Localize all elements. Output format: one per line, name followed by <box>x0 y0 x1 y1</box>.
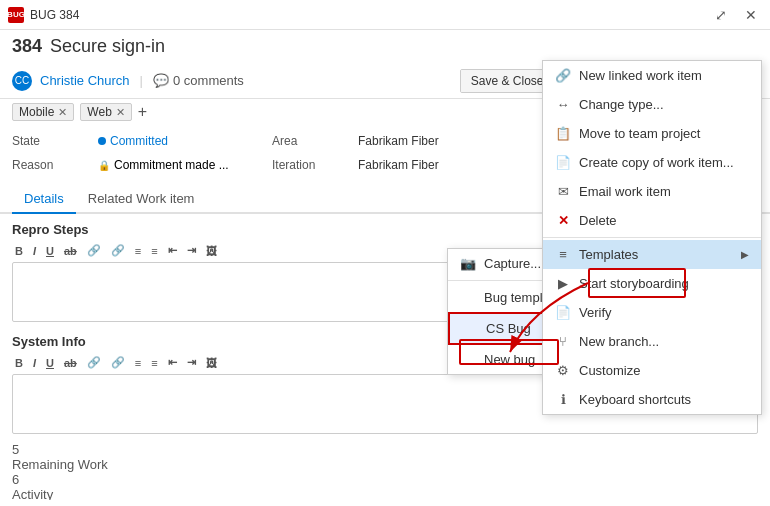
menu-move-team[interactable]: 📋 Move to team project <box>543 119 761 148</box>
title-bar: BUG BUG 384 ⤢ ✕ <box>0 0 770 30</box>
reason-label: Reason <box>12 155 92 175</box>
tag-web-remove[interactable]: ✕ <box>116 106 125 119</box>
menu-storyboard[interactable]: ▶ Start storyboarding <box>543 269 761 298</box>
menu-customize[interactable]: ⚙ Customize <box>543 356 761 385</box>
image-button[interactable]: 🖼 <box>203 244 220 258</box>
bug-icon: BUG <box>8 7 24 23</box>
menu-delete-label: Delete <box>579 213 617 228</box>
title-bar-label: BUG 384 <box>30 8 79 22</box>
menu-email-label: Email work item <box>579 184 671 199</box>
link2-button[interactable]: 🔗 <box>108 243 128 258</box>
iteration-value: Fabrikam Fiber <box>352 155 532 175</box>
comments-label: 0 comments <box>173 73 244 88</box>
si-strikethrough-button[interactable]: ab <box>61 356 80 370</box>
si-list2-button[interactable]: ≡ <box>148 356 160 370</box>
si-link1-button[interactable]: 🔗 <box>84 355 104 370</box>
menu-templates-left: ≡ Templates <box>555 247 638 262</box>
ctx-cs-bug-label: CS Bug <box>486 321 531 336</box>
menu-new-branch[interactable]: ⑂ New branch... <box>543 327 761 356</box>
si-italic-button[interactable]: I <box>30 356 39 370</box>
tag-web-label: Web <box>87 105 111 119</box>
menu-storyboard-label: Start storyboarding <box>579 276 689 291</box>
menu-templates[interactable]: ≡ Templates ▶ <box>543 240 761 269</box>
work-item-header: 384 Secure sign-in <box>0 30 770 57</box>
activity-label: Activity <box>12 487 758 500</box>
templates-icon: ≡ <box>555 247 571 262</box>
area-value: Fabrikam Fiber <box>352 131 532 151</box>
new-link-icon: 🔗 <box>555 68 571 83</box>
main-dropdown-menu: 🔗 New linked work item ↔ Change type... … <box>542 60 762 415</box>
menu-create-copy[interactable]: 📄 Create copy of work item... <box>543 148 761 177</box>
tab-details[interactable]: Details <box>12 185 76 214</box>
list2-button[interactable]: ≡ <box>148 244 160 258</box>
menu-divider <box>543 237 761 238</box>
menu-new-linked-label: New linked work item <box>579 68 702 83</box>
list1-button[interactable]: ≡ <box>132 244 144 258</box>
indent1-button[interactable]: ⇤ <box>165 243 180 258</box>
expand-button[interactable]: ⤢ <box>710 5 732 25</box>
link1-button[interactable]: 🔗 <box>84 243 104 258</box>
work-item-title: Secure sign-in <box>50 36 165 57</box>
menu-move-team-label: Move to team project <box>579 126 700 141</box>
state-label: State <box>12 131 92 151</box>
add-tag-button[interactable]: + <box>138 103 147 121</box>
close-button[interactable]: ✕ <box>740 5 762 25</box>
tag-mobile: Mobile ✕ <box>12 103 74 121</box>
comment-icon: 💬 <box>153 73 169 88</box>
ctx-capture-label: Capture... <box>484 256 541 271</box>
title-bar-left: BUG BUG 384 <box>8 7 79 23</box>
menu-keyboard-shortcuts[interactable]: ℹ Keyboard shortcuts <box>543 385 761 414</box>
state-text: Committed <box>110 134 168 148</box>
work-item-title-row: 384 Secure sign-in <box>12 36 758 57</box>
customize-icon: ⚙ <box>555 363 571 378</box>
lock-icon: 🔒 <box>98 160 110 171</box>
menu-keyboard-shortcuts-label: Keyboard shortcuts <box>579 392 691 407</box>
si-list1-button[interactable]: ≡ <box>132 356 144 370</box>
user-name[interactable]: Christie Church <box>40 73 130 88</box>
tag-mobile-label: Mobile <box>19 105 54 119</box>
tag-mobile-remove[interactable]: ✕ <box>58 106 67 119</box>
reason-value: 🔒 Commitment made ... <box>92 155 272 175</box>
area-label: Area <box>272 131 352 151</box>
work-item-id: 384 <box>12 36 42 57</box>
italic-button[interactable]: I <box>30 244 39 258</box>
remaining-work-label: Remaining Work <box>12 457 758 472</box>
delete-icon: ✕ <box>555 213 571 228</box>
tab-related-work-item[interactable]: Related Work item <box>76 185 207 214</box>
remaining-work-area: 5 Remaining Work 6 Activity <box>12 442 758 500</box>
indent2-button[interactable]: ⇥ <box>184 243 199 258</box>
si-underline-button[interactable]: U <box>43 356 57 370</box>
reason-text: Commitment made ... <box>114 158 229 172</box>
menu-new-linked-work-item[interactable]: 🔗 New linked work item <box>543 61 761 90</box>
menu-verify-label: Verify <box>579 305 612 320</box>
save-close-button[interactable]: Save & Close <box>461 70 555 92</box>
copy-icon: 📄 <box>555 155 571 170</box>
strikethrough-button[interactable]: ab <box>61 244 80 258</box>
bold-button[interactable]: B <box>12 244 26 258</box>
menu-change-type-label: Change type... <box>579 97 664 112</box>
storyboard-icon: ▶ <box>555 276 571 291</box>
move-team-icon: 📋 <box>555 126 571 141</box>
email-icon: ✉ <box>555 184 571 199</box>
title-bar-actions: ⤢ ✕ <box>710 5 762 25</box>
state-value: Committed <box>92 131 272 151</box>
si-image-button[interactable]: 🖼 <box>203 356 220 370</box>
state-dot <box>98 137 106 145</box>
underline-button[interactable]: U <box>43 244 57 258</box>
si-bold-button[interactable]: B <box>12 356 26 370</box>
menu-customize-label: Customize <box>579 363 640 378</box>
menu-email[interactable]: ✉ Email work item <box>543 177 761 206</box>
menu-delete[interactable]: ✕ Delete <box>543 206 761 235</box>
menu-verify[interactable]: 📄 Verify <box>543 298 761 327</box>
capture-icon: 📷 <box>460 256 476 271</box>
branch-icon: ⑂ <box>555 334 571 349</box>
menu-create-copy-label: Create copy of work item... <box>579 155 734 170</box>
si-indent1-button[interactable]: ⇤ <box>165 355 180 370</box>
si-link2-button[interactable]: 🔗 <box>108 355 128 370</box>
menu-change-type[interactable]: ↔ Change type... <box>543 90 761 119</box>
si-indent2-button[interactable]: ⇥ <box>184 355 199 370</box>
menu-new-branch-label: New branch... <box>579 334 659 349</box>
comments-button[interactable]: 💬 0 comments <box>153 73 244 88</box>
remaining-work-value: 5 <box>12 442 758 457</box>
ctx-new-bug-label: New bug <box>484 352 535 367</box>
